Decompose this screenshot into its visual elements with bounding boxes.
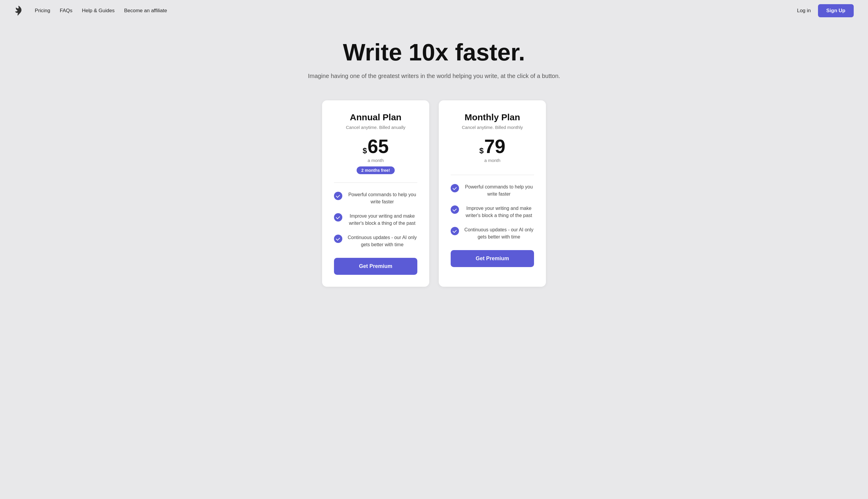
annual-plan-card: Annual Plan Cancel anytime. Billed anual…: [322, 100, 429, 287]
annual-get-premium-button[interactable]: Get Premium: [334, 258, 417, 275]
logo[interactable]: [14, 5, 23, 16]
annual-feature-2-text: Improve your writing and make writer's b…: [347, 212, 417, 227]
hero-subtitle: Imagine having one of the greatest write…: [6, 73, 862, 80]
navbar: Pricing FAQs Help & Guides Become an aff…: [0, 0, 868, 22]
check-icon-5: [451, 205, 459, 214]
nav-pricing[interactable]: Pricing: [35, 8, 50, 14]
monthly-price-period: a month: [451, 158, 534, 163]
nav-affiliate[interactable]: Become an affiliate: [124, 8, 167, 14]
annual-plan-title: Annual Plan: [334, 112, 417, 122]
monthly-feature-3: Continuous updates - our AI only gets be…: [451, 226, 534, 241]
signup-button[interactable]: Sign Up: [818, 4, 854, 17]
annual-feature-1: Powerful commands to help you write fast…: [334, 191, 417, 205]
monthly-feature-1-text: Powerful commands to help you write fast…: [464, 183, 534, 198]
monthly-features-list: Powerful commands to help you write fast…: [451, 183, 534, 241]
annual-price-period: a month: [334, 158, 417, 163]
annual-feature-1-text: Powerful commands to help you write fast…: [347, 191, 417, 205]
check-icon-3: [334, 235, 342, 243]
monthly-price-symbol: $: [479, 145, 483, 156]
monthly-plan-card: Monthly Plan Cancel anytime. Billed mont…: [439, 100, 546, 287]
hero-section: Write 10x faster. Imagine having one of …: [0, 22, 868, 94]
check-icon-2: [334, 213, 342, 221]
nav-right: Log in Sign Up: [797, 4, 854, 17]
annual-billing-note: Cancel anytime. Billed anually: [334, 125, 417, 130]
monthly-price-amount: 79: [484, 137, 506, 156]
monthly-plan-title: Monthly Plan: [451, 112, 534, 122]
annual-features-list: Powerful commands to help you write fast…: [334, 191, 417, 248]
pricing-container: Annual Plan Cancel anytime. Billed anual…: [0, 94, 868, 305]
monthly-card-header: Monthly Plan Cancel anytime. Billed mont…: [451, 112, 534, 175]
check-icon-4: [451, 184, 459, 192]
annual-price-symbol: $: [362, 145, 367, 156]
hero-title: Write 10x faster.: [6, 39, 862, 65]
monthly-get-premium-button[interactable]: Get Premium: [451, 250, 534, 267]
monthly-feature-2-text: Improve your writing and make writer's b…: [464, 205, 534, 219]
monthly-billing-note: Cancel anytime. Billed monthly: [451, 125, 534, 130]
annual-feature-2: Improve your writing and make writer's b…: [334, 212, 417, 227]
check-icon-6: [451, 227, 459, 235]
annual-card-header: Annual Plan Cancel anytime. Billed anual…: [334, 112, 417, 183]
annual-feature-3: Continuous updates - our AI only gets be…: [334, 234, 417, 248]
monthly-feature-2: Improve your writing and make writer's b…: [451, 205, 534, 219]
login-link[interactable]: Log in: [797, 8, 810, 14]
monthly-price-display: $ 79: [451, 137, 534, 156]
annual-price-display: $ 65: [334, 137, 417, 156]
annual-feature-3-text: Continuous updates - our AI only gets be…: [347, 234, 417, 248]
nav-help[interactable]: Help & Guides: [82, 8, 115, 14]
annual-price-amount: 65: [368, 137, 389, 156]
monthly-feature-3-text: Continuous updates - our AI only gets be…: [464, 226, 534, 241]
nav-links: Pricing FAQs Help & Guides Become an aff…: [35, 8, 797, 14]
monthly-feature-1: Powerful commands to help you write fast…: [451, 183, 534, 198]
nav-faqs[interactable]: FAQs: [60, 8, 73, 14]
check-icon-1: [334, 192, 342, 200]
annual-badge: 2 months free!: [357, 167, 395, 174]
